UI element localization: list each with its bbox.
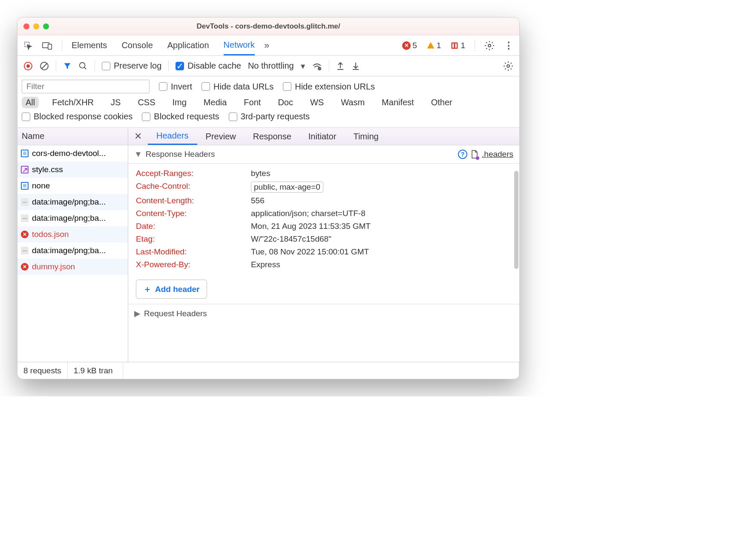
svg-point-14 (507, 65, 510, 67)
request-row[interactable]: —data:image/png;ba... (17, 210, 128, 226)
filter-type-all[interactable]: All (22, 97, 39, 108)
network-conditions-icon[interactable] (312, 61, 322, 71)
preserve-log-checkbox[interactable]: Preserve log (102, 61, 161, 71)
tab-console[interactable]: Console (121, 35, 153, 55)
record-button[interactable] (23, 61, 33, 71)
filter-type-ws[interactable]: WS (306, 97, 328, 108)
settings-icon[interactable] (484, 40, 495, 51)
blocked-cookies-checkbox[interactable]: Blocked response cookies (22, 112, 132, 121)
warnings-badge[interactable]: 1 (426, 41, 441, 50)
source-file-link[interactable]: .headers (482, 150, 513, 159)
help-icon[interactable]: ? (458, 150, 467, 159)
request-row[interactable]: —data:image/png;ba... (17, 242, 128, 259)
filter-type-fetch-xhr[interactable]: Fetch/XHR (48, 97, 98, 108)
add-header-button[interactable]: ＋Add header (136, 280, 207, 299)
disclosure-triangle-icon: ▶ (134, 309, 141, 318)
close-detail-icon[interactable]: ✕ (128, 131, 148, 142)
status-transfer: 1.9 kB tran (68, 362, 123, 379)
request-headers-section[interactable]: ▶ Request Headers (128, 304, 519, 323)
blocked-requests-checkbox[interactable]: Blocked requests (142, 112, 219, 121)
window-title: DevTools - cors-demo-devtools.glitch.me/ (17, 22, 519, 31)
more-tabs-button[interactable]: » (264, 40, 269, 51)
filter-type-font[interactable]: Font (240, 97, 265, 108)
separator (95, 61, 95, 72)
filter-type-css[interactable]: CSS (134, 97, 159, 108)
detail-tab-timing[interactable]: Timing (345, 128, 387, 145)
header-row: Last-Modified:Tue, 08 Nov 2022 15:00:01 … (128, 245, 519, 258)
issues-badge[interactable]: 1 (450, 41, 465, 50)
separator (329, 61, 329, 72)
request-row[interactable]: —data:image/png;ba... (17, 194, 128, 210)
svg-rect-2 (48, 44, 52, 49)
file-icon[interactable] (471, 150, 478, 159)
kebab-menu-icon[interactable]: ⋮ (504, 40, 513, 51)
hide-extension-urls-checkbox[interactable]: Hide extension URLs (283, 82, 375, 92)
header-value: 556 (251, 196, 265, 205)
disable-cache-checkbox[interactable]: ✓Disable cache (176, 61, 241, 71)
download-har-icon[interactable] (351, 61, 360, 71)
request-name: dummy.json (32, 262, 75, 271)
device-toolbar-icon[interactable] (42, 41, 52, 50)
header-key: Content-Type: (136, 209, 251, 218)
separator (56, 61, 56, 72)
hide-data-urls-checkbox[interactable]: Hide data URLs (202, 82, 273, 92)
request-list[interactable]: ≡cors-demo-devtool...↗style.css≡none—dat… (17, 145, 128, 362)
search-icon[interactable] (78, 61, 88, 71)
svg-rect-5 (455, 43, 457, 48)
tab-application[interactable]: Application (167, 35, 209, 55)
header-value: bytes (251, 169, 270, 178)
network-settings-icon[interactable] (503, 61, 513, 71)
request-name: style.css (32, 165, 63, 174)
name-column-header[interactable]: Name (17, 128, 128, 145)
invert-checkbox[interactable]: Invert (159, 82, 192, 92)
chevron-down-icon[interactable]: ▾ (301, 61, 305, 71)
request-row[interactable]: ≡cors-demo-devtool... (17, 145, 128, 162)
filter-type-wasm[interactable]: Wasm (337, 97, 368, 108)
filter-bar: Invert Hide data URLs Hide extension URL… (17, 76, 519, 127)
scrollbar[interactable] (514, 171, 518, 269)
errx-icon: ✕ (21, 231, 29, 238)
request-name: todos.json (32, 230, 69, 239)
upload-har-icon[interactable] (336, 61, 345, 71)
column-header: Name ✕ HeadersPreviewResponseInitiatorTi… (17, 127, 519, 145)
header-row: Content-Length:556 (128, 194, 519, 207)
request-row[interactable]: ✕dummy.json (17, 259, 128, 275)
filter-icon[interactable] (63, 62, 72, 70)
filter-type-img[interactable]: Img (169, 97, 190, 108)
request-row[interactable]: ↗style.css (17, 162, 128, 178)
content-area: ≡cors-demo-devtool...↗style.css≡none—dat… (17, 145, 519, 362)
request-row[interactable]: ✕todos.json (17, 226, 128, 242)
response-headers-section[interactable]: ▼ Response Headers ? .headers (128, 145, 519, 164)
detail-tab-preview[interactable]: Preview (197, 128, 245, 145)
filter-type-js[interactable]: JS (107, 97, 124, 108)
detail-tab-headers[interactable]: Headers (148, 128, 197, 145)
detail-tab-initiator[interactable]: Initiator (300, 128, 345, 145)
svg-rect-4 (452, 43, 454, 48)
request-row[interactable]: ≡none (17, 178, 128, 194)
detail-tab-response[interactable]: Response (245, 128, 300, 145)
filter-type-doc[interactable]: Doc (274, 97, 297, 108)
header-key: Accept-Ranges: (136, 169, 251, 178)
request-name: data:image/png;ba... (32, 246, 106, 255)
throttling-select[interactable]: No throttling (248, 61, 294, 71)
clear-icon[interactable] (40, 61, 49, 71)
filter-type-media[interactable]: Media (200, 97, 230, 108)
header-value: Tue, 08 Nov 2022 15:00:01 GMT (251, 247, 369, 257)
separator (168, 61, 169, 72)
header-value: Express (251, 260, 280, 269)
header-value: W/"22c-18457c15d68" (251, 234, 331, 244)
header-key: Date: (136, 222, 251, 231)
request-name: none (32, 181, 50, 191)
filter-type-manifest[interactable]: Manifest (378, 97, 418, 108)
filter-type-other[interactable]: Other (427, 97, 456, 108)
request-name: cors-demo-devtool... (32, 149, 106, 158)
tab-network[interactable]: Network (224, 35, 255, 55)
img-icon: — (21, 214, 29, 222)
header-value[interactable]: public, max-age=0 (251, 182, 323, 193)
errors-badge[interactable]: ✕ 5 (402, 41, 417, 50)
tab-elements[interactable]: Elements (72, 35, 107, 55)
inspect-icon[interactable] (23, 41, 33, 50)
header-row: X-Powered-By:Express (128, 258, 519, 271)
filter-input[interactable] (22, 80, 150, 93)
third-party-checkbox[interactable]: 3rd-party requests (229, 112, 310, 121)
